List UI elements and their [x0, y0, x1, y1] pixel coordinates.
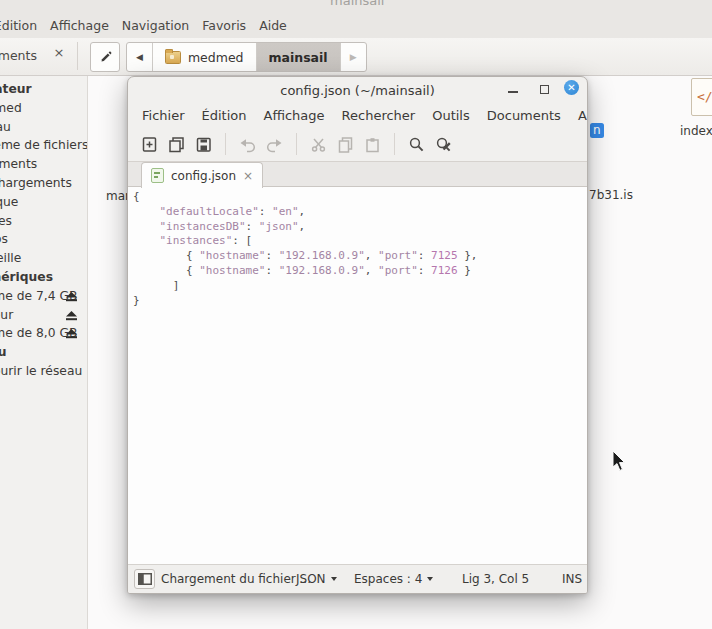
chevron-down-icon	[427, 577, 433, 581]
sidebar-item-images[interactable]: Images	[0, 212, 87, 230]
eject-icon[interactable]	[66, 328, 77, 342]
sidebar-item-syst-me-de-fichiers[interactable]: Système de fichiers	[0, 136, 87, 154]
redo-button	[261, 131, 288, 157]
file-label-index[interactable]: index.html	[680, 120, 712, 135]
filemanager-title: mainsail	[330, 0, 384, 8]
filemanager-sidebar: OrdinateurmedmedBureauSystème de fichier…	[0, 76, 88, 629]
sidebar-item-volume-de-8-0-gb[interactable]: Volume de 8,0 GB	[0, 324, 87, 342]
sidebar-item-medmed[interactable]: medmed	[0, 99, 87, 117]
breadcrumb-item-medmed[interactable]: medmed	[153, 43, 257, 71]
breadcrumb-item-mainsail[interactable]: mainsail	[257, 43, 341, 71]
sidebar-item-documents[interactable]: Documents	[0, 155, 87, 173]
cut-icon	[310, 136, 327, 153]
folder-icon	[165, 51, 181, 64]
save-icon	[195, 136, 212, 153]
html-file-icon[interactable]: </	[691, 78, 712, 116]
fm-menu-item-2[interactable]: Affichage	[50, 18, 109, 33]
sidebar-item-lecteur[interactable]: Lecteur	[0, 306, 87, 324]
chevron-down-icon	[331, 577, 337, 581]
editor-menu-item-2[interactable]: Affichage	[259, 108, 328, 123]
editor-tabbar: config.json ×	[128, 161, 587, 187]
new-document-button[interactable]	[136, 131, 163, 157]
sidebar-item-corbeille[interactable]: Corbeille	[0, 249, 87, 267]
file-label-manifest[interactable]: manifest.json	[106, 185, 127, 200]
selected-file-label[interactable]: n	[590, 123, 604, 138]
fm-menu-item-4[interactable]: Favoris	[202, 18, 246, 33]
sidebar-item-bureau[interactable]: Bureau	[0, 118, 87, 136]
copy-icon	[337, 136, 354, 153]
sidebar-item-ordinateur: Ordinateur	[0, 80, 87, 98]
breadcrumb-forward-button[interactable]: ▶	[341, 43, 366, 71]
open-document-icon	[168, 136, 185, 153]
sidebar-item-musique[interactable]: Musique	[0, 193, 87, 211]
search-replace-button[interactable]	[430, 131, 457, 157]
editor-text-area[interactable]: { "defaultLocale": "en", "instancesDB": …	[128, 187, 587, 564]
side-panel-toggle-button[interactable]	[134, 569, 155, 589]
sidebar-close-button[interactable]: ×	[51, 45, 67, 61]
paste-icon	[364, 136, 381, 153]
editor-menu-item-3[interactable]: Rechercher	[338, 108, 420, 123]
new-document-icon	[141, 136, 158, 153]
status-message: Chargement du fichier ...	[161, 572, 311, 586]
editor-menu-item-5[interactable]: Documents	[483, 108, 565, 123]
json-file-icon	[151, 168, 164, 183]
breadcrumb-back-button[interactable]: ◀	[127, 43, 153, 71]
editor-window: config.json (~/mainsail) ✕ FichierÉditio…	[127, 76, 588, 594]
undo-button	[234, 131, 261, 157]
editor-toolbar	[128, 127, 587, 161]
editor-menu-item-0[interactable]: Fichier	[138, 108, 189, 123]
minimize-button[interactable]	[508, 91, 518, 93]
cursor-position: Lig 3, Col 5	[462, 572, 529, 586]
fm-menu-item-5[interactable]: Aide	[259, 18, 287, 33]
sidebar-item-t-l-chargements[interactable]: Téléchargements	[0, 174, 87, 192]
undo-icon	[239, 136, 256, 153]
tab-close-icon[interactable]: ×	[243, 169, 253, 183]
filemanager-titlebar: mainsail	[0, 0, 712, 12]
sidebar-item-parcourir-le-r-seau[interactable]: Parcourir le réseau	[0, 362, 87, 380]
save-button[interactable]	[190, 131, 217, 157]
close-button[interactable]: ✕	[564, 80, 579, 95]
cut-button	[305, 131, 332, 157]
copy-button	[332, 131, 359, 157]
eject-icon[interactable]	[66, 291, 77, 305]
editor-titlebar[interactable]: config.json (~/mainsail) ✕	[128, 77, 587, 104]
code-content: { "defaultLocale": "en", "instancesDB": …	[133, 190, 587, 308]
editor-menu-item-6[interactable]: Aide	[574, 108, 588, 123]
sidebar-item-vid-os[interactable]: Vidéos	[0, 230, 87, 248]
places-dropdown[interactable]: Emplacements	[0, 48, 40, 63]
eject-icon[interactable]	[66, 310, 77, 324]
toolbar-separator	[77, 42, 78, 70]
toolbar-separator	[296, 133, 297, 155]
sidebar-item-p-riph-riques: Périphériques	[0, 268, 87, 286]
toolbar-separator	[225, 133, 226, 155]
maximize-button[interactable]	[540, 85, 549, 94]
toolbar-separator	[394, 133, 395, 155]
edit-location-button[interactable]	[90, 42, 120, 72]
editor-window-title: config.json (~/mainsail)	[128, 83, 587, 98]
pencil-icon	[98, 50, 113, 65]
filemanager-menubar: FichierÉditionAffichageNavigationFavoris…	[0, 12, 712, 38]
paste-button	[359, 131, 386, 157]
sidebar-item-r-seau: Réseau	[0, 343, 87, 361]
search-replace-icon	[435, 136, 452, 153]
editor-statusbar: Chargement du fichier ... JSON Espaces :…	[128, 564, 587, 593]
sidebar-item-volume-de-7-4-gb[interactable]: Volume de 7,4 GB	[0, 287, 87, 305]
mouse-cursor	[612, 451, 627, 472]
editor-menu-item-1[interactable]: Édition	[198, 108, 251, 123]
search-icon	[408, 136, 425, 153]
search-button[interactable]	[403, 131, 430, 157]
open-document-button[interactable]	[163, 131, 190, 157]
fm-menu-item-1[interactable]: Édition	[0, 18, 37, 33]
redo-icon	[266, 136, 283, 153]
tab-width-dropdown[interactable]: Espaces : 4	[354, 572, 433, 586]
editor-menu-item-4[interactable]: Outils	[428, 108, 474, 123]
tab-config-json[interactable]: config.json ×	[141, 162, 263, 188]
editor-menubar: FichierÉditionAffichageRechercherOutilsD…	[128, 104, 587, 127]
insert-mode: INS	[562, 572, 582, 586]
breadcrumb: ◀ medmed mainsail ▶	[126, 42, 367, 72]
side-panel-icon	[138, 573, 152, 585]
fm-menu-item-3[interactable]: Navigation	[122, 18, 189, 33]
file-label-js[interactable]: 7b31.js	[589, 184, 634, 199]
language-dropdown[interactable]: JSON	[296, 572, 337, 586]
